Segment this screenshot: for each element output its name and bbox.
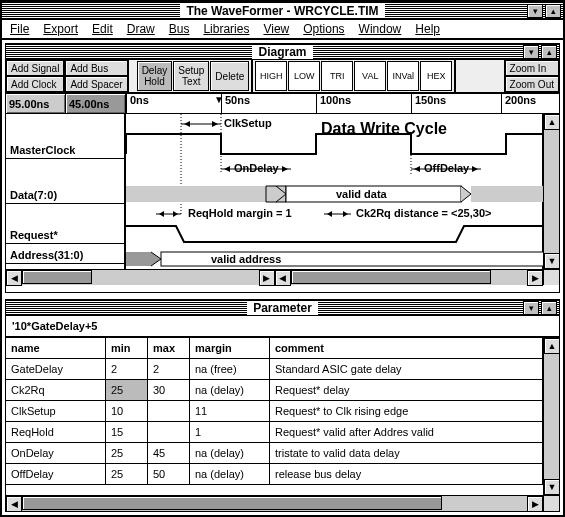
low-button[interactable]: LOW bbox=[288, 61, 320, 91]
scroll-right-icon-2[interactable]: ▶ bbox=[527, 270, 543, 286]
zoom-in-button[interactable]: Zoom In bbox=[505, 60, 559, 76]
cell-name[interactable]: ReqHold bbox=[6, 422, 106, 442]
scroll-down-icon[interactable]: ▼ bbox=[544, 479, 560, 495]
cell-margin[interactable]: na (delay) bbox=[190, 380, 270, 400]
menu-edit[interactable]: Edit bbox=[92, 22, 113, 36]
inval-button[interactable]: INVal bbox=[387, 61, 419, 91]
signal-label[interactable]: Address(31:0) bbox=[6, 244, 124, 264]
table-row[interactable]: OffDelay2550na (delay)release bus delay bbox=[6, 464, 543, 485]
signal-label[interactable]: MasterClock bbox=[6, 114, 124, 159]
scroll-left-icon[interactable]: ◀ bbox=[6, 496, 22, 512]
cell-max[interactable]: 2 bbox=[148, 359, 190, 379]
col-max[interactable]: max bbox=[148, 338, 190, 358]
cell-margin[interactable]: na (free) bbox=[190, 359, 270, 379]
cell-min[interactable]: 25 bbox=[106, 443, 148, 463]
cell-comment[interactable]: Request* valid after Addres valid bbox=[270, 422, 543, 442]
menu-libraries[interactable]: Libraries bbox=[203, 22, 249, 36]
cell-margin[interactable]: na (delay) bbox=[190, 464, 270, 484]
val-button[interactable]: VAL bbox=[354, 61, 386, 91]
time-ruler[interactable]: 95.00ns 45.00ns 0ns 50ns 100ns 150ns 200… bbox=[6, 94, 559, 114]
cell-margin[interactable]: 11 bbox=[190, 401, 270, 421]
scroll-left-icon-2[interactable]: ◀ bbox=[275, 270, 291, 286]
col-comment[interactable]: comment bbox=[270, 338, 543, 358]
minimize-button[interactable]: ▾ bbox=[527, 4, 543, 18]
high-button[interactable]: HIGH bbox=[255, 61, 287, 91]
param-vscrollbar[interactable]: ▲ ▼ bbox=[543, 338, 559, 495]
zoom-out-button[interactable]: Zoom Out bbox=[505, 76, 559, 92]
cell-comment[interactable]: Request* delay bbox=[270, 380, 543, 400]
maximize-button[interactable]: ▴ bbox=[545, 4, 561, 18]
signal-label[interactable]: Data(7:0) bbox=[6, 159, 124, 204]
cell-max[interactable]: 50 bbox=[148, 464, 190, 484]
resize-grip-icon[interactable] bbox=[543, 496, 559, 511]
cell-name[interactable]: OnDelay bbox=[6, 443, 106, 463]
formula-field[interactable]: '10*GateDelay+5 bbox=[6, 316, 559, 338]
menu-window[interactable]: Window bbox=[359, 22, 402, 36]
scroll-right-icon[interactable]: ▶ bbox=[259, 270, 275, 286]
waveform-canvas[interactable]: Data Write Cycle ClkSetup OnDelay OffDel… bbox=[126, 114, 543, 269]
add-spacer-button[interactable]: Add Spacer bbox=[65, 76, 127, 92]
time-ticks[interactable]: 0ns 50ns 100ns 150ns 200ns ▼ bbox=[126, 94, 559, 113]
scroll-left-icon[interactable]: ◀ bbox=[6, 270, 22, 286]
add-signal-button[interactable]: Add Signal bbox=[6, 60, 64, 76]
menu-draw[interactable]: Draw bbox=[127, 22, 155, 36]
table-row[interactable]: ReqHold151Request* valid after Addres va… bbox=[6, 422, 543, 443]
cell-max[interactable]: 45 bbox=[148, 443, 190, 463]
cell-margin[interactable]: 1 bbox=[190, 422, 270, 442]
menu-bus[interactable]: Bus bbox=[169, 22, 190, 36]
diagram-titlebar[interactable]: Diagram ▾ ▴ bbox=[6, 44, 559, 60]
menu-view[interactable]: View bbox=[263, 22, 289, 36]
param-maximize-button[interactable]: ▴ bbox=[541, 301, 557, 315]
cell-max[interactable] bbox=[148, 401, 190, 421]
cell-name[interactable]: GateDelay bbox=[6, 359, 106, 379]
table-row[interactable]: OnDelay2545na (delay)tristate to valid d… bbox=[6, 443, 543, 464]
menu-export[interactable]: Export bbox=[43, 22, 78, 36]
menu-help[interactable]: Help bbox=[415, 22, 440, 36]
cell-comment[interactable]: Standard ASIC gate delay bbox=[270, 359, 543, 379]
delete-button[interactable]: Delete bbox=[210, 61, 249, 91]
diagram-maximize-button[interactable]: ▴ bbox=[541, 45, 557, 59]
titlebar[interactable]: The WaveFormer - WRCYCLE.TIM ▾ ▴ bbox=[2, 2, 563, 20]
cell-min[interactable]: 15 bbox=[106, 422, 148, 442]
diagram-minimize-button[interactable]: ▾ bbox=[523, 45, 539, 59]
param-minimize-button[interactable]: ▾ bbox=[523, 301, 539, 315]
parameter-titlebar[interactable]: Parameter ▾ ▴ bbox=[6, 300, 559, 316]
table-row[interactable]: GateDelay22na (free)Standard ASIC gate d… bbox=[6, 359, 543, 380]
cell-name[interactable]: Ck2Rq bbox=[6, 380, 106, 400]
cursor-marker-icon[interactable]: ▼ bbox=[214, 94, 224, 105]
table-row[interactable]: Ck2Rq2530na (delay)Request* delay bbox=[6, 380, 543, 401]
hex-button[interactable]: HEX bbox=[420, 61, 452, 91]
cell-margin[interactable]: na (delay) bbox=[190, 443, 270, 463]
col-name[interactable]: name bbox=[6, 338, 106, 358]
cursor-b-readout[interactable]: 45.00ns bbox=[66, 94, 126, 113]
col-min[interactable]: min bbox=[106, 338, 148, 358]
menu-options[interactable]: Options bbox=[303, 22, 344, 36]
diagram-hscrollbar[interactable]: ◀ ▶ ◀ ▶ bbox=[6, 269, 559, 285]
cursor-a-readout[interactable]: 95.00ns bbox=[6, 94, 66, 113]
cell-max[interactable] bbox=[148, 422, 190, 442]
scroll-up-icon[interactable]: ▲ bbox=[544, 338, 560, 354]
cell-comment[interactable]: release bus delay bbox=[270, 464, 543, 484]
cell-name[interactable]: ClkSetup bbox=[6, 401, 106, 421]
diagram-vscrollbar[interactable]: ▲ ▼ bbox=[543, 114, 559, 269]
tri-button[interactable]: TRI bbox=[321, 61, 353, 91]
hscroll-thumb-2[interactable] bbox=[291, 270, 491, 284]
cell-comment[interactable]: tristate to valid data delay bbox=[270, 443, 543, 463]
menu-file[interactable]: File bbox=[10, 22, 29, 36]
scroll-down-icon[interactable]: ▼ bbox=[544, 253, 559, 269]
resize-grip-icon[interactable] bbox=[543, 270, 559, 285]
setup-text-button[interactable]: Setup Text bbox=[173, 61, 209, 91]
signal-label[interactable]: Request* bbox=[6, 204, 124, 244]
scroll-up-icon[interactable]: ▲ bbox=[544, 114, 559, 130]
hscroll-thumb[interactable] bbox=[22, 270, 92, 284]
add-clock-button[interactable]: Add Clock bbox=[6, 76, 64, 92]
param-hscrollbar[interactable]: ◀ ▶ bbox=[6, 495, 559, 511]
cell-min[interactable]: 25 bbox=[106, 380, 148, 400]
cell-max[interactable]: 30 bbox=[148, 380, 190, 400]
table-row[interactable]: ClkSetup1011Request* to Clk rising edge bbox=[6, 401, 543, 422]
delay-hold-button[interactable]: Delay Hold bbox=[137, 61, 173, 91]
scroll-right-icon[interactable]: ▶ bbox=[527, 496, 543, 512]
cell-min[interactable]: 25 bbox=[106, 464, 148, 484]
add-bus-button[interactable]: Add Bus bbox=[65, 60, 127, 76]
cell-comment[interactable]: Request* to Clk rising edge bbox=[270, 401, 543, 421]
